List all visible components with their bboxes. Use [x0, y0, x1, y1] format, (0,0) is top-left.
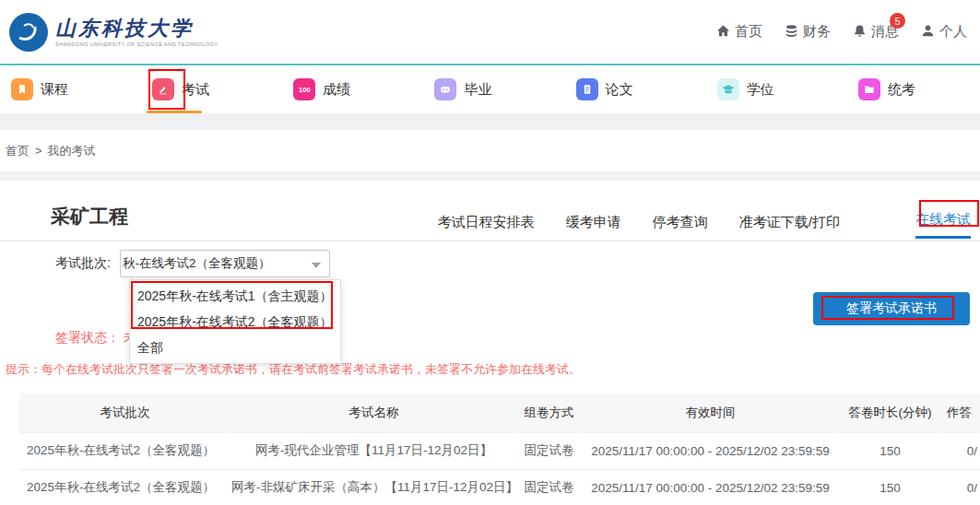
cell-paper-method: 固定试卷	[517, 432, 582, 469]
section-gap	[0, 113, 980, 130]
university-name-block: 山东科技大学 SHANDONG UNIVERSITY OF SCIENCE AN…	[55, 18, 218, 47]
table-row: 2025年秋-在线考试2（全客观题） 网考-现代企业管理【11月17日-12月0…	[19, 432, 980, 469]
module-tab-label: 论文	[606, 81, 633, 99]
topnav-finance[interactable]: 财务	[785, 23, 831, 41]
col-header-batch: 考试批次	[19, 393, 231, 432]
topnav-messages[interactable]: 消息 5	[853, 23, 899, 41]
message-count-badge: 5	[890, 13, 905, 29]
module-tab-graduation[interactable]: 毕业	[434, 65, 491, 113]
topnav-home[interactable]: 首页	[716, 23, 762, 41]
university-logo-icon	[9, 13, 48, 52]
bell-icon	[853, 24, 867, 41]
module-tab-label: 毕业	[464, 81, 491, 99]
cell-batch: 2025年秋-在线考试2（全客观题）	[19, 469, 231, 505]
dropdown-option-all[interactable]: 全部	[130, 335, 340, 361]
module-tab-grades[interactable]: 100 成绩	[293, 65, 350, 113]
cell-paper-method: 固定试卷	[517, 469, 582, 505]
tab-deferred-exam[interactable]: 缓考申请	[566, 214, 621, 239]
breadcrumb: 首页 > 我的考试	[0, 130, 980, 171]
cell-attempts: 0/	[941, 432, 978, 469]
topnav-home-label: 首页	[735, 23, 762, 41]
module-tab-courses[interactable]: 课程	[11, 65, 68, 113]
book-icon	[11, 78, 33, 100]
page-title: 采矿工程	[51, 204, 128, 229]
breadcrumb-current: 我的考试	[48, 143, 96, 159]
col-header-valid-time: 有效时间	[582, 393, 840, 432]
cell-duration: 150	[840, 432, 941, 469]
module-tab-label: 课程	[41, 81, 68, 99]
university-name: 山东科技大学	[55, 18, 218, 40]
sign-commitment-button[interactable]: 签署考试承诺书	[813, 292, 970, 325]
col-header-exam-name: 考试名称	[231, 393, 517, 432]
exam-batch-label: 考试批次:	[55, 255, 111, 272]
finance-coins-icon	[785, 24, 798, 41]
breadcrumb-home[interactable]: 首页	[6, 143, 30, 159]
document-icon	[576, 78, 598, 100]
topnav-finance-label: 财务	[803, 23, 831, 41]
content-panel: 采矿工程 考试日程安排表 缓考申请 停考查询 准考证下载/打印 在线考试 考试批…	[0, 181, 980, 505]
dropdown-option-exam2[interactable]: 2025年秋-在线考试2（全客观题）	[130, 310, 340, 335]
sign-status-label: 签署状态：	[55, 330, 120, 345]
graduation-robot-icon	[434, 78, 456, 100]
exam-batch-selected-value: 秋-在线考试2（全客观题）	[123, 255, 271, 272]
module-tab-thesis[interactable]: 论文	[576, 65, 633, 113]
topnav-profile[interactable]: 个人	[921, 23, 967, 41]
topnav-profile-label: 个人	[939, 23, 967, 41]
section-gap	[0, 171, 980, 181]
cell-duration: 150	[840, 469, 941, 505]
tab-admission-ticket[interactable]: 准考证下载/打印	[739, 214, 840, 239]
university-brand: 山东科技大学 SHANDONG UNIVERSITY OF SCIENCE AN…	[9, 13, 218, 52]
cell-exam-name: 网考-非煤矿床开采（高本）【11月17日-12月02日】	[231, 469, 517, 505]
module-tab-unified-exam[interactable]: 统考	[858, 65, 915, 113]
module-tab-label: 考试	[182, 81, 209, 99]
col-header-paper-method: 组卷方式	[517, 393, 582, 432]
cell-valid-time: 2025/11/17 00:00:00 - 2025/12/02 23:59:5…	[582, 432, 840, 469]
col-header-attempts: 作答	[941, 393, 978, 432]
table-row: 2025年秋-在线考试2（全客观题） 网考-非煤矿床开采（高本）【11月17日-…	[19, 469, 980, 505]
app-window: 山东科技大学 SHANDONG UNIVERSITY OF SCIENCE AN…	[0, 0, 980, 505]
exam-batch-select[interactable]: 秋-在线考试2（全客观题）	[120, 250, 330, 277]
tab-online-exam[interactable]: 在线考试	[915, 211, 971, 239]
module-tab-exams[interactable]: 考试	[152, 65, 209, 113]
top-header: 山东科技大学 SHANDONG UNIVERSITY OF SCIENCE AN…	[0, 0, 980, 64]
dropdown-option-exam1[interactable]: 2025年秋-在线考试1（含主观题）	[130, 284, 340, 310]
tab-suspended-exam[interactable]: 停考查询	[653, 214, 708, 239]
exam-batch-filter: 考试批次: 秋-在线考试2（全客观题）	[55, 250, 330, 277]
module-tab-label: 统考	[888, 81, 915, 99]
exam-subtabs: 考试日程安排表 缓考申请 停考查询 准考证下载/打印 在线考试	[438, 200, 971, 229]
module-nav: 课程 考试 100 成绩 毕业 论文 学位 统考	[0, 65, 980, 113]
cell-attempts: 0/	[941, 469, 978, 505]
cell-valid-time: 2025/11/17 00:00:00 - 2025/12/02 23:59:5…	[582, 469, 840, 505]
home-icon	[716, 24, 730, 41]
user-icon	[921, 24, 935, 41]
exam-batch-dropdown: 2025年秋-在线考试1（含主观题） 2025年秋-在线考试2（全客观题） 全部	[129, 279, 341, 364]
cell-exam-name: 网考-现代企业管理【11月17日-12月02日】	[231, 432, 517, 469]
col-header-duration: 答卷时长(分钟)	[840, 393, 941, 432]
exam-table: 考试批次 考试名称 组卷方式 有效时间 答卷时长(分钟) 作答 参加考试 202…	[18, 393, 980, 505]
tab-exam-schedule[interactable]: 考试日程安排表	[438, 214, 535, 239]
table-header-row: 考试批次 考试名称 组卷方式 有效时间 答卷时长(分钟) 作答 参加考试	[19, 393, 980, 432]
chevron-down-icon	[312, 263, 321, 268]
breadcrumb-separator: >	[35, 144, 42, 158]
title-row: 采矿工程 考试日程安排表 缓考申请 停考查询 准考证下载/打印 在线考试	[0, 181, 980, 241]
graduation-cap-icon	[717, 78, 739, 100]
module-tab-label: 成绩	[323, 81, 350, 99]
university-subtitle: SHANDONG UNIVERSITY OF SCIENCE AND TECHN…	[55, 41, 218, 47]
module-tab-degree[interactable]: 学位	[717, 65, 774, 113]
score-100-icon: 100	[293, 78, 315, 100]
cell-batch: 2025年秋-在线考试2（全客观题）	[19, 432, 231, 469]
top-right-nav: 首页 财务 消息 5 个人	[716, 23, 967, 41]
active-tab-underline	[147, 111, 202, 113]
folder-icon	[858, 78, 880, 100]
pencil-icon	[152, 78, 174, 100]
module-tab-label: 学位	[747, 81, 774, 99]
